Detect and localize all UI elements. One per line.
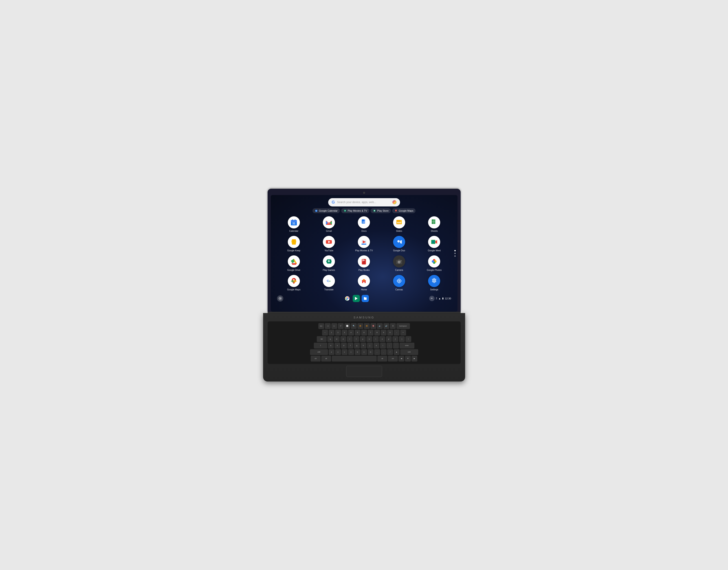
key-v[interactable]: v: [348, 349, 354, 355]
key-left[interactable]: ◀: [399, 356, 404, 361]
app-drive[interactable]: Google Drive: [277, 255, 310, 271]
key-shift-r[interactable]: shift: [400, 349, 418, 355]
key-p[interactable]: p: [386, 336, 392, 342]
key-4[interactable]: 4: [348, 330, 354, 335]
key-8[interactable]: 8: [374, 330, 380, 335]
key-space[interactable]: [332, 356, 377, 361]
key-f6[interactable]: 🔆: [357, 323, 363, 329]
key-backspace[interactable]: backspace: [397, 323, 410, 329]
key-c[interactable]: c: [342, 349, 347, 355]
touchpad[interactable]: [346, 366, 382, 377]
app-translate[interactable]: G A Translate: [312, 275, 345, 291]
app-photos[interactable]: Google Photos: [418, 255, 451, 271]
key-f5[interactable]: 🔍: [351, 323, 357, 329]
key-right[interactable]: ▶: [412, 356, 417, 361]
key-u[interactable]: u: [367, 336, 372, 342]
page-dot-2[interactable]: [454, 253, 456, 254]
app-camera[interactable]: Camera: [383, 255, 416, 271]
app-calendar[interactable]: 31 Calendar: [277, 216, 310, 232]
key-tilde[interactable]: ~: [322, 330, 328, 335]
key-comma[interactable]: ,: [374, 349, 380, 355]
key-s[interactable]: s: [334, 343, 340, 348]
key-bracket-l[interactable]: [: [393, 336, 398, 342]
key-t[interactable]: t: [353, 336, 359, 342]
key-j[interactable]: j: [367, 343, 373, 348]
key-a[interactable]: a: [328, 343, 334, 348]
key-z[interactable]: z: [329, 349, 334, 355]
key-b[interactable]: b: [355, 349, 360, 355]
key-2[interactable]: 2: [335, 330, 341, 335]
app-youtube[interactable]: YouTube: [312, 236, 345, 252]
key-ctrl-l[interactable]: ctrl: [311, 356, 320, 361]
app-play-movies[interactable]: Play Movies & TV: [347, 236, 380, 252]
key-semicolon[interactable]: ;: [387, 343, 393, 348]
key-9[interactable]: 9: [381, 330, 387, 335]
key-f9[interactable]: 🔉: [377, 323, 383, 329]
key-w[interactable]: w: [334, 336, 340, 342]
key-i[interactable]: i: [373, 336, 379, 342]
key-5[interactable]: 5: [355, 330, 360, 335]
key-period[interactable]: .: [381, 349, 387, 355]
key-ctrl-r[interactable]: ctrl: [388, 356, 398, 361]
key-f11[interactable]: ⏸: [390, 323, 396, 329]
app-maps[interactable]: Google Maps: [277, 275, 310, 291]
app-canvas[interactable]: Canvas: [383, 275, 416, 291]
key-enter[interactable]: enter: [400, 343, 414, 348]
key-minus[interactable]: -: [394, 330, 400, 335]
key-7[interactable]: 7: [368, 330, 374, 335]
key-f4[interactable]: ⬜: [344, 323, 350, 329]
page-dot-1[interactable]: [454, 250, 456, 251]
key-bracket-r[interactable]: ]: [399, 336, 405, 342]
key-f8[interactable]: 🔇: [371, 323, 376, 329]
app-play-games[interactable]: Play Games: [312, 255, 345, 271]
key-h[interactable]: h: [360, 343, 367, 348]
pencil-button[interactable]: ✏: [429, 296, 435, 301]
key-up[interactable]: ▲: [394, 349, 400, 355]
key-3[interactable]: 3: [342, 330, 347, 335]
app-gmail[interactable]: Gmail: [312, 216, 345, 232]
key-g[interactable]: g: [354, 343, 360, 348]
app-keep[interactable]: Google Keep: [277, 236, 310, 252]
key-tab[interactable]: tab: [317, 336, 327, 342]
page-dot-3[interactable]: [454, 255, 456, 257]
quick-link-play-movies[interactable]: Play Movies & TV: [341, 208, 370, 213]
app-slides[interactable]: Slides: [383, 216, 416, 232]
app-play-books[interactable]: Play Books: [347, 255, 380, 271]
key-f1[interactable]: ◁: [325, 323, 331, 329]
key-o[interactable]: o: [380, 336, 385, 342]
app-home[interactable]: Home: [347, 275, 380, 291]
key-x[interactable]: x: [335, 349, 341, 355]
key-f3[interactable]: ↺: [338, 323, 344, 329]
key-quote[interactable]: ': [393, 343, 399, 348]
key-l[interactable]: l: [380, 343, 386, 348]
key-k[interactable]: k: [374, 343, 380, 348]
app-duo[interactable]: Google Duo: [383, 236, 416, 252]
key-alt-l[interactable]: alt: [321, 356, 331, 361]
key-down[interactable]: ▼: [405, 356, 411, 361]
key-slash[interactable]: /: [387, 349, 393, 355]
app-sheets[interactable]: Sheets: [418, 216, 451, 232]
key-1[interactable]: 1: [329, 330, 334, 335]
search-input[interactable]: G Search your device, apps, web...: [328, 198, 400, 207]
key-f10[interactable]: 🔊: [384, 323, 389, 329]
key-e[interactable]: e: [340, 336, 346, 342]
key-plus[interactable]: +: [400, 330, 406, 335]
key-m[interactable]: m: [368, 349, 374, 355]
launcher-button[interactable]: [277, 295, 283, 302]
quick-link-calendar[interactable]: 31 Google Calendar: [312, 208, 340, 213]
app-settings[interactable]: Settings: [418, 275, 451, 291]
key-alt-r[interactable]: alt: [378, 356, 387, 361]
key-0[interactable]: 0: [387, 330, 393, 335]
key-shift-l[interactable]: shift: [310, 349, 328, 355]
key-d[interactable]: d: [341, 343, 347, 348]
key-backslash[interactable]: \: [406, 336, 411, 342]
taskbar-files[interactable]: [361, 295, 369, 302]
app-docs[interactable]: Docs: [347, 216, 380, 232]
key-q[interactable]: q: [327, 336, 333, 342]
app-meet[interactable]: Google Meet: [418, 236, 451, 252]
quick-link-maps[interactable]: Google Maps: [392, 208, 416, 213]
key-caps[interactable]: ⇪: [314, 343, 327, 348]
key-n[interactable]: n: [361, 349, 367, 355]
key-6[interactable]: 6: [361, 330, 367, 335]
taskbar-play-store[interactable]: [353, 295, 360, 302]
